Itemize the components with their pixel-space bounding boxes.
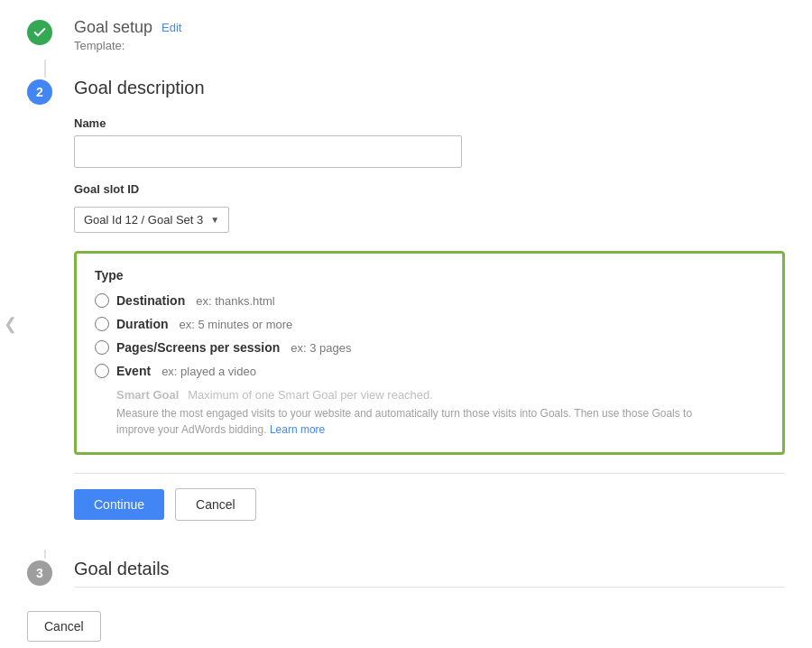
smart-goal-row: Smart Goal Maximum of one Smart Goal per… (116, 387, 764, 438)
step1-check-icon (27, 20, 52, 45)
goal-slot-value: Goal Id 12 / Goal Set 3 (84, 213, 203, 227)
step1-title: Goal setup (74, 18, 152, 37)
step3-divider (74, 587, 785, 588)
connector-left2 (27, 550, 63, 559)
radio-event[interactable] (95, 364, 109, 378)
connector-line1 (44, 60, 46, 78)
radio-label-pages: Pages/Screens per session (116, 340, 280, 355)
step3-number-icon: 3 (27, 560, 52, 586)
step1-icon-area (27, 18, 63, 45)
section-divider (74, 473, 785, 474)
radio-example-duration: ex: 5 minutes or more (180, 318, 293, 331)
smart-goal-body2-text: improve your AdWords bidding. (116, 423, 267, 436)
step1-template-label: Template: (74, 39, 785, 52)
goal-slot-section: Goal slot ID Goal Id 12 / Goal Set 3 ▼ (74, 182, 785, 233)
radio-label-duration: Duration (116, 317, 169, 331)
name-label: Name (74, 116, 785, 130)
bottom-cancel-row: Cancel (27, 611, 785, 642)
step3-row: 3 Goal details (27, 559, 785, 602)
step3-title: Goal details (74, 559, 170, 579)
step2-number-icon: 2 (27, 79, 52, 105)
connector2 (27, 550, 785, 559)
cancel-button[interactable]: Cancel (175, 488, 256, 521)
step3-content: Goal details (63, 559, 785, 602)
bottom-cancel-button[interactable]: Cancel (27, 611, 101, 642)
smart-goal-body-text: Measure the most engaged visits to your … (116, 407, 692, 420)
radio-example-destination: ex: thanks.html (196, 294, 274, 308)
smart-goal-body: Measure the most engaged visits to your … (116, 405, 764, 438)
radio-destination[interactable] (95, 293, 109, 308)
type-box: Type Destination ex: thanks.html Duratio… (74, 251, 785, 455)
step1-row: Goal setup Edit Template: (27, 18, 785, 52)
step2-icon-area: 2 (27, 78, 63, 105)
smart-goal-max: Maximum of one Smart Goal per view reach… (188, 388, 433, 402)
connector-line2 (44, 550, 46, 559)
radio-pages[interactable] (95, 340, 109, 355)
connector1 (27, 60, 785, 78)
type-title: Type (95, 268, 764, 282)
continue-button[interactable]: Continue (74, 489, 164, 520)
smart-goal-title: Smart Goal (116, 388, 179, 402)
step3-header: Goal details (74, 559, 785, 579)
radio-row-destination: Destination ex: thanks.html (95, 293, 764, 308)
radio-example-pages: ex: 3 pages (291, 341, 351, 355)
step2-content: Goal description Name Goal slot ID Goal … (63, 78, 785, 542)
radio-row-event: Event ex: played a video (95, 364, 764, 378)
step1-edit-link[interactable]: Edit (161, 21, 181, 34)
goal-slot-dropdown[interactable]: Goal Id 12 / Goal Set 3 ▼ (74, 207, 229, 233)
dropdown-arrow-icon: ▼ (210, 215, 219, 225)
radio-row-duration: Duration ex: 5 minutes or more (95, 317, 764, 331)
learn-more-link[interactable]: Learn more (270, 423, 325, 436)
step2-title: Goal description (74, 78, 785, 98)
radio-example-event: ex: played a video (161, 365, 256, 378)
radio-row-pages: Pages/Screens per session ex: 3 pages (95, 340, 764, 355)
radio-label-event: Event (116, 364, 151, 378)
collapse-arrow[interactable]: ❮ (0, 310, 21, 338)
step1-header: Goal setup Edit (74, 18, 785, 37)
connector-left1 (27, 60, 63, 78)
name-input[interactable] (74, 135, 462, 168)
step2-row: 2 Goal description Name Goal slot ID Goa… (27, 78, 785, 542)
step3-icon-area: 3 (27, 559, 63, 586)
radio-label-destination: Destination (116, 293, 185, 308)
radio-duration[interactable] (95, 317, 109, 331)
step1-content: Goal setup Edit Template: (63, 18, 785, 52)
buttons-row: Continue Cancel (74, 488, 785, 521)
goal-slot-label: Goal slot ID (74, 182, 785, 196)
